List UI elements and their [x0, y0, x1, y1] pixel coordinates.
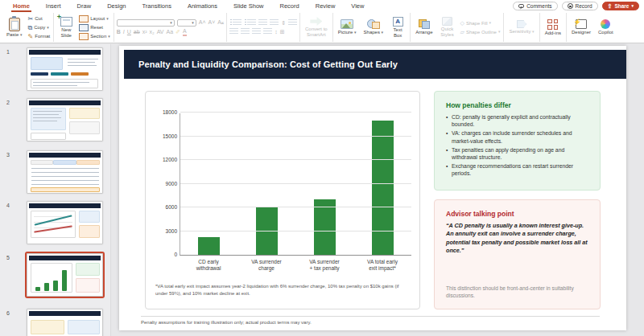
slide-thumbnail-3[interactable]: 3 [27, 150, 103, 194]
slide-title-bar[interactable]: Penalty and Liquidity Comparison: Cost o… [124, 50, 626, 79]
comments-button[interactable]: Comments [513, 2, 557, 10]
record-label: Record [576, 3, 592, 9]
insert-group: Picture ▾ Shapes ▾ A Text Box [333, 13, 411, 42]
decrease-font-size-button[interactable]: A˅ [208, 19, 216, 26]
numbering-button[interactable] [247, 19, 256, 27]
justify-button[interactable] [263, 28, 272, 35]
add-ins-label: Add-ins [545, 31, 561, 36]
bold-button[interactable]: B [117, 29, 121, 35]
menu-tab-design[interactable]: Design [99, 1, 134, 12]
strikethrough-button[interactable]: ab [134, 29, 140, 35]
font-size-combobox[interactable]: ▾ [177, 19, 196, 27]
how-penalties-panel[interactable]: How penalties differ CD: penalty is gene… [434, 91, 601, 191]
bar[interactable] [314, 199, 336, 255]
layout-button[interactable]: Layout ▾ [78, 14, 111, 23]
align-left-button[interactable] [229, 28, 238, 35]
align-text-button[interactable]: ⊞ [280, 29, 285, 35]
gridline [180, 136, 411, 137]
paste-button[interactable]: Paste ▾ [4, 17, 25, 39]
gridline [180, 231, 411, 232]
increase-font-size-button[interactable]: A˄ [199, 19, 206, 26]
bar[interactable] [372, 121, 394, 255]
y-axis-tick-label: 6000 [166, 204, 177, 210]
shape-fill-button[interactable]: ◇Shape Fill ▾ [459, 19, 501, 27]
chevron-down-icon: ▾ [382, 30, 384, 35]
current-slide[interactable]: Penalty and Liquidity Comparison: Cost o… [119, 46, 626, 330]
text-box-icon: A [393, 17, 403, 27]
cut-label: Cut [35, 16, 42, 21]
format-painter-button[interactable]: ✎Format [27, 32, 52, 40]
section-button[interactable]: Section ▾ [78, 32, 111, 40]
text-box-label: Text Box [394, 27, 402, 39]
menu-tab-animations[interactable]: Animations [180, 1, 225, 12]
change-case-button[interactable]: Aa [167, 29, 174, 35]
align-center-button[interactable] [241, 28, 250, 35]
picture-button[interactable]: Picture ▾ [336, 18, 359, 36]
menu-tab-record[interactable]: Record [272, 1, 308, 12]
record-button[interactable]: Record [562, 2, 598, 10]
thumbnail-preview [27, 150, 103, 194]
columns-button[interactable] [288, 19, 297, 27]
menu-tab-home[interactable]: Home [5, 1, 38, 12]
font-group: ▾ ▾ A˄ A˅ A𝄪 B I U ab x² x₂ AV Aa ✐ A [114, 13, 227, 42]
slide-thumbnail-5-selected[interactable]: 5 [27, 253, 103, 297]
advisor-talking-point-panel[interactable]: Advisor talking point “A CD penalty is u… [434, 199, 601, 309]
slide-thumbnail-2[interactable]: 2 [27, 98, 103, 141]
slides-group: New Slide Layout ▾ Reset Section ▾ [54, 13, 114, 42]
slide-thumbnail-6[interactable]: 6 [27, 309, 103, 336]
quick-styles-label: Quick Styles [440, 27, 453, 38]
decrease-indent-button[interactable] [258, 19, 267, 27]
text-highlight-button[interactable]: ✐ [175, 29, 180, 35]
sensitivity-button[interactable]: Sensitivity ▾ [506, 19, 536, 35]
y-axis-tick-label: 0 [174, 252, 177, 257]
quick-styles-button[interactable]: Quick Styles [437, 16, 456, 39]
convert-to-smartart-button[interactable]: Convert to SmartArt [303, 16, 330, 39]
share-button[interactable]: ⇧ Share ▾ [602, 2, 639, 10]
clear-formatting-button[interactable]: A𝄪 [217, 19, 224, 26]
bar[interactable] [256, 207, 278, 255]
text-box-button[interactable]: A Text Box [388, 16, 407, 39]
shape-outline-button[interactable]: ▱Shape Outline ▾ [459, 28, 501, 36]
underline-button[interactable]: U [127, 29, 131, 35]
menu-tab-view[interactable]: View [343, 1, 372, 12]
align-right-button[interactable] [252, 28, 261, 35]
copilot-button[interactable]: Copilot [596, 18, 616, 36]
text-direction-button[interactable]: ↕ [275, 29, 278, 35]
shapes-button[interactable]: Shapes ▾ [361, 18, 386, 36]
menu-tab-slide-show[interactable]: Slide Show [225, 1, 272, 12]
copy-button[interactable]: ⧉Copy ▾ [27, 23, 52, 31]
menu-tab-transitions[interactable]: Transitions [134, 1, 179, 12]
advisor-title: Advisor talking point [446, 210, 588, 218]
character-spacing-button[interactable]: AV [157, 29, 164, 35]
italic-button[interactable]: I [123, 29, 125, 35]
menu-tab-review[interactable]: Review [308, 1, 344, 12]
bar-slot [353, 113, 411, 255]
bullets-button[interactable] [233, 19, 242, 27]
new-slide-icon [60, 17, 72, 27]
chevron-down-icon: ▾ [106, 17, 109, 21]
superscript-button[interactable]: x² [142, 29, 147, 35]
arrange-button[interactable]: Arrange [413, 18, 435, 36]
font-name-combobox[interactable]: ▾ [117, 19, 175, 27]
designer-button[interactable]: Designer [569, 18, 593, 36]
add-ins-button[interactable]: Add-ins [543, 18, 564, 37]
cut-button[interactable]: ✂Cut [27, 14, 52, 23]
slide-number: 5 [6, 255, 10, 260]
bar[interactable] [198, 237, 220, 255]
menu-tab-insert[interactable]: Insert [38, 1, 69, 12]
subscript-button[interactable]: x₂ [150, 29, 155, 35]
menu-tab-draw[interactable]: Draw [69, 1, 100, 12]
shapes-label: Shapes [364, 30, 380, 35]
bullet-item: CD: penalty is generally explicit and co… [446, 113, 588, 128]
reset-button[interactable]: Reset [78, 23, 111, 31]
slide-thumbnail-4[interactable]: 4 [27, 201, 103, 244]
thumbnail-preview [27, 309, 103, 336]
increase-indent-button[interactable] [270, 19, 279, 27]
font-color-button[interactable]: A [183, 28, 187, 36]
new-slide-button[interactable]: New Slide [56, 16, 76, 39]
slide-thumbnail-1[interactable]: 1 [27, 47, 103, 91]
chart-container[interactable]: 0300060009000120001500018000 CD earlywit… [145, 91, 420, 309]
section-icon [79, 33, 89, 40]
line-spacing-button[interactable]: ⇕ [281, 20, 286, 27]
chevron-down-icon: ▾ [498, 30, 501, 34]
